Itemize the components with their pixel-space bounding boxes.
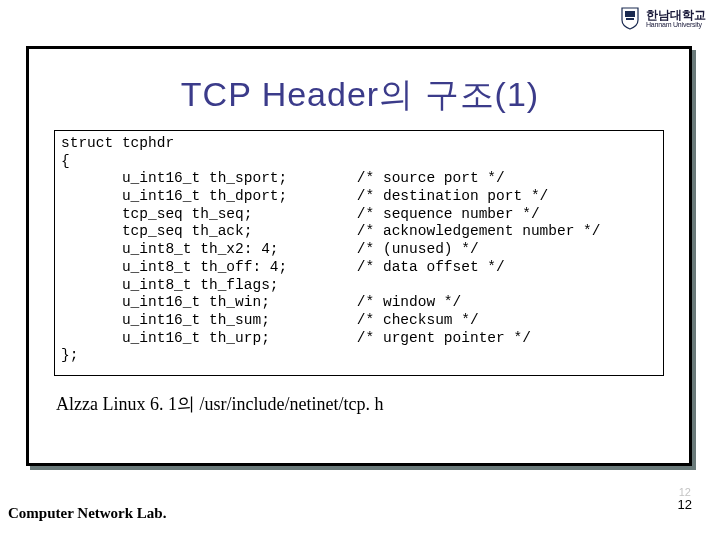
code-caption: Alzza Linux 6. 1의 /usr/include/netinet/t… [56,392,383,416]
logo-text: 한남대학교 Hannam University [646,9,706,28]
code-box: struct tcphdr { u_int16_t th_sport; /* s… [54,130,664,376]
svg-rect-1 [626,18,634,20]
university-logo: 한남대학교 Hannam University [620,6,706,30]
page-title: TCP Header의 구조(1) [0,72,720,118]
page-number-shadow: 12 [678,486,692,498]
code-content: struct tcphdr { u_int16_t th_sport; /* s… [61,135,657,365]
logo-korean: 한남대학교 [646,9,706,21]
page-number: 12 12 [678,486,692,512]
shield-icon [620,6,640,30]
logo-english: Hannam University [646,21,706,28]
footer-lab: Computer Network Lab. [8,505,166,522]
page-number-main: 12 [678,498,692,512]
svg-rect-0 [625,11,635,17]
